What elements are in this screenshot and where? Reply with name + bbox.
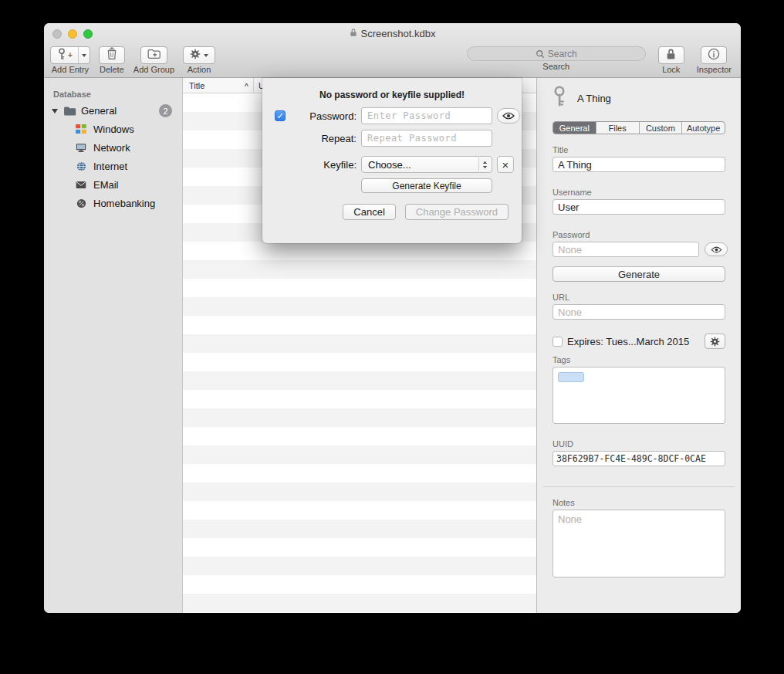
inspector-panel: A Thing General Files Custom Autotype Ti… — [536, 78, 741, 613]
toolbar-item-inspector: Inspector — [697, 46, 732, 74]
tags-label: Tags — [553, 355, 725, 364]
sidebar-section-header: Database — [53, 90, 182, 99]
lock-label: Lock — [662, 65, 680, 74]
username-field[interactable] — [553, 199, 725, 215]
globe-icon — [75, 161, 87, 171]
sidebar-item-label: Windows — [93, 124, 134, 135]
tag-token[interactable] — [558, 372, 584, 382]
url-label: URL — [553, 293, 725, 302]
action-button[interactable] — [183, 46, 215, 64]
reveal-password-button[interactable] — [705, 242, 728, 256]
tab-custom[interactable]: Custom — [640, 122, 683, 134]
url-field[interactable] — [553, 304, 725, 320]
toolbar-item-add-group: Add Group — [133, 46, 174, 74]
toolbar-item-action: Action — [183, 46, 215, 74]
expires-checkbox[interactable] — [553, 337, 563, 347]
keyfile-popup[interactable]: Choose... — [361, 156, 492, 173]
change-password-button[interactable]: Change Password — [405, 204, 509, 220]
reveal-password-button[interactable] — [497, 108, 520, 124]
inspector-label: Inspector — [697, 65, 732, 74]
title-field[interactable] — [553, 157, 725, 172]
inspector-tabs: General Files Custom Autotype — [553, 121, 725, 134]
plus-icon: + — [68, 52, 73, 59]
windows-icon — [75, 124, 87, 134]
uuid-field[interactable]: 38F629B7-FC4E-489C-8DCF-0CAE — [553, 451, 725, 466]
eye-icon — [502, 112, 515, 120]
entry-title: A Thing — [577, 93, 611, 104]
chevron-down-icon — [82, 54, 86, 57]
change-password-sheet: No password or keyfile supplied! ✓ Passw… — [262, 78, 522, 243]
sort-ascending-icon: ^ — [245, 82, 248, 90]
sidebar-item-label: Homebanking — [93, 198, 155, 209]
inspector-button[interactable] — [701, 46, 727, 64]
padlock-icon — [666, 48, 676, 63]
gear-icon — [190, 49, 201, 63]
disclosure-triangle-icon[interactable] — [52, 109, 58, 113]
action-label: Action — [188, 65, 211, 74]
add-group-button[interactable] — [140, 46, 167, 64]
popup-chevrons-icon — [478, 157, 491, 171]
username-label: Username — [553, 188, 725, 197]
column-header-title[interactable]: Title ^ — [183, 78, 254, 93]
entry-header: A Thing — [553, 86, 725, 110]
tab-autotype[interactable]: Autotype — [682, 122, 725, 134]
password-field[interactable] — [553, 242, 699, 257]
info-icon — [708, 48, 720, 63]
generate-keyfile-button[interactable]: Generate Keyfile — [361, 178, 492, 193]
eye-icon — [711, 246, 722, 253]
sidebar-item-label: EMail — [93, 179, 119, 191]
folder-icon — [63, 106, 76, 116]
inspector-divider — [543, 486, 735, 487]
tab-files[interactable]: Files — [596, 122, 640, 134]
expires-settings-button[interactable] — [705, 334, 725, 349]
key-icon — [553, 86, 566, 110]
column-label: Title — [189, 81, 204, 90]
envelope-icon — [75, 181, 87, 189]
sidebar-item-email[interactable]: EMail — [44, 175, 182, 194]
close-icon: × — [502, 158, 509, 171]
sidebar-item-internet[interactable]: Internet — [44, 157, 182, 175]
toolbar-item-add-entry: + Add Entry — [50, 46, 90, 74]
close-button[interactable] — [52, 29, 62, 39]
sidebar-item-label: Network — [93, 142, 130, 154]
sidebar-item-network[interactable]: Network — [44, 138, 182, 157]
lock-button[interactable] — [658, 46, 684, 64]
password-label: Password: — [293, 110, 357, 122]
add-group-label: Add Group — [133, 65, 174, 74]
sidebar-item-homebanking[interactable]: Homebanking — [44, 194, 182, 212]
traffic-lights — [52, 23, 93, 44]
tab-general[interactable]: General — [553, 122, 596, 134]
search-input[interactable]: Search — [467, 46, 646, 61]
cancel-button[interactable]: Cancel — [343, 204, 395, 220]
sheet-message: No password or keyfile supplied! — [262, 78, 522, 100]
search-icon — [536, 49, 545, 59]
password-input[interactable] — [361, 107, 492, 124]
sidebar-item-windows[interactable]: Windows — [44, 120, 182, 138]
clear-keyfile-button[interactable]: × — [497, 156, 514, 173]
check-icon: ✓ — [276, 111, 283, 121]
repeat-label: Repeat: — [293, 133, 357, 144]
minimize-button[interactable] — [68, 29, 77, 39]
notes-label: Notes — [553, 498, 725, 507]
sidebar-item-label: General — [81, 105, 117, 117]
notes-field[interactable]: None — [553, 510, 725, 577]
generate-password-button[interactable]: Generate — [553, 266, 725, 282]
keyfile-label: Keyfile: — [293, 159, 357, 171]
delete-button[interactable] — [99, 46, 125, 64]
add-entry-dropdown[interactable] — [78, 47, 90, 63]
repeat-input[interactable] — [361, 130, 492, 147]
zoom-button[interactable] — [83, 29, 93, 39]
window-title-group: Screenshot.kdbx — [350, 28, 436, 39]
sidebar-item-general[interactable]: General 2 — [44, 102, 182, 120]
tags-field[interactable] — [553, 367, 725, 424]
password-checkbox[interactable]: ✓ — [275, 110, 286, 121]
toolbar-item-search: Search Search — [467, 46, 646, 71]
toolbar: + Add Entry Delete Add Group — [44, 44, 741, 78]
sidebar-item-label: Internet — [93, 161, 127, 172]
titlebar[interactable]: Screenshot.kdbx — [44, 23, 741, 44]
document-lock-icon — [350, 28, 357, 39]
coin-percent-icon — [75, 198, 87, 208]
chevron-down-icon — [204, 54, 208, 57]
add-entry-button[interactable]: + — [50, 46, 90, 64]
expires-label: Expires: Tues...March 2015 — [567, 336, 700, 347]
